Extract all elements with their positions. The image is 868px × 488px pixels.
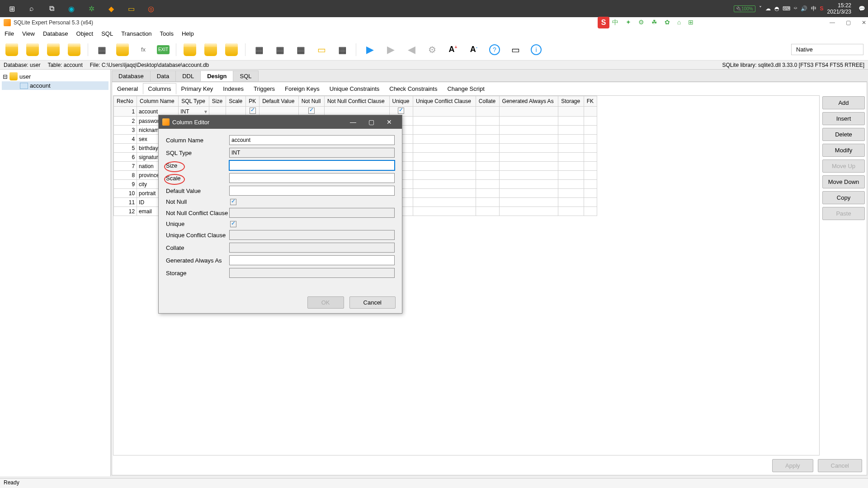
storage-select[interactable] [229,268,395,278]
col-header[interactable]: FK [584,96,597,107]
tree-expand-icon[interactable]: ⊟ [3,73,8,80]
menu-view[interactable]: View [22,30,35,37]
not-null-checkbox[interactable] [230,199,236,205]
tree-table-node[interactable]: account [2,81,108,90]
col-header[interactable]: Storage [558,96,584,107]
clock[interactable]: 15:22 2021/3/23 [827,2,855,15]
sogou-logo-icon[interactable]: S [598,17,609,28]
tab-sql[interactable]: SQL [233,70,258,81]
db-attach-icon[interactable] [203,42,218,57]
col-header[interactable]: Not Null [298,96,324,107]
insert-button[interactable]: Insert [822,112,865,125]
tree-db-node[interactable]: ⊟ user [2,71,108,81]
cloud-icon[interactable]: ☁ [765,5,771,12]
sqlite-expert-icon[interactable]: ◆ [102,0,120,17]
info-icon[interactable]: i [529,42,543,57]
sogou-tray-icon[interactable]: S [820,5,824,12]
col-header[interactable]: Generated Always As [499,96,558,107]
grid-icon-1[interactable]: ▦ [252,42,266,57]
col-header[interactable]: Size [209,96,226,107]
dialog-titlebar[interactable]: Column Editor — ▢ ✕ [159,115,402,129]
apply-button[interactable]: Apply [772,459,813,472]
menu-help[interactable]: Help [182,30,194,37]
size-input[interactable] [229,160,395,170]
col-header[interactable]: Unique [389,96,413,107]
nn-conflict-select[interactable] [229,208,395,218]
subtab-triggers[interactable]: Triggers [249,83,280,94]
move-up-button[interactable]: Move Up [822,160,865,173]
ime-zh-icon[interactable]: 中 [811,5,816,13]
edge-icon[interactable]: ◉ [62,0,80,17]
grid-icon-4[interactable]: ▦ [335,42,349,57]
play-rew-icon[interactable]: ◀ [404,42,419,57]
font-inc-icon[interactable]: A+ [446,42,460,57]
modify-button[interactable]: Modify [822,144,865,157]
folder-icon[interactable]: ▭ [314,42,329,57]
paste-button[interactable]: Paste [822,207,865,220]
play-prev-icon[interactable]: ▶ [383,42,398,57]
tab-data[interactable]: Data [150,70,176,81]
explorer-icon[interactable]: ▭ [122,0,140,17]
keyboard-icon[interactable]: ⌨ [783,5,790,12]
col-header[interactable]: Unique Conflict Clause [413,96,476,107]
window-icon[interactable]: ▭ [508,42,523,57]
tab-ddl[interactable]: DDL [175,70,201,81]
copy-button[interactable]: Copy [822,191,865,204]
menu-database[interactable]: Database [43,30,68,37]
start-icon[interactable]: ⊞ [3,0,21,17]
subtab-foreign-keys[interactable]: Foreign Keys [280,83,325,94]
subtab-primary-key[interactable]: Primary Key [176,83,218,94]
ok-button[interactable]: OK [307,296,344,309]
col-header[interactable]: RecNo [114,96,137,107]
menu-tools[interactable]: Tools [160,30,174,37]
wifi-icon[interactable]: ⌔ [794,5,797,12]
gen-always-input[interactable] [229,255,395,265]
subtab-unique-constraints[interactable]: Unique Constraints [325,83,385,94]
sogou-ime-icons[interactable]: 中 ✦ ⚙ ☘ ✿ ⌂ ⊞ [612,19,696,27]
col-header[interactable]: Column Name [137,96,179,107]
maximize-button[interactable]: ▢ [846,19,851,26]
subtab-columns[interactable]: Columns [143,83,176,94]
menu-object[interactable]: Object [76,30,94,37]
col-header[interactable]: Collate [476,96,499,107]
col-header[interactable]: PK [246,96,259,107]
menu-file[interactable]: File [5,30,14,37]
col-header[interactable]: Not Null Conflict Clause [324,96,389,107]
subtab-change-script[interactable]: Change Script [442,83,489,94]
db-refresh-icon[interactable] [183,42,197,57]
subtab-general[interactable]: General [112,83,143,94]
fx-icon[interactable]: fx [136,42,151,57]
dialog-close-button[interactable]: ✕ [380,118,398,126]
close-button[interactable]: ✕ [862,19,866,26]
subtab-indexes[interactable]: Indexes [218,83,249,94]
scale-input[interactable] [229,173,395,183]
tab-database[interactable]: Database [112,70,151,81]
db-close-icon[interactable] [67,42,81,57]
gear-icon[interactable]: ⚙ [425,42,439,57]
menu-transaction[interactable]: Transaction [121,30,151,37]
col-header[interactable]: Default Value [259,96,299,107]
cancel-button-main[interactable]: Cancel [818,459,862,472]
unique-checkbox[interactable] [230,221,236,227]
help-icon[interactable]: ? [487,42,502,57]
db-recent-icon[interactable] [25,42,40,57]
grid-icon-3[interactable]: ▦ [293,42,308,57]
table-icon[interactable]: ▦ [94,42,109,57]
chevron-up-icon[interactable]: ˅ [759,5,762,12]
library-select[interactable] [791,44,863,55]
cancel-button[interactable]: Cancel [349,296,396,309]
search-icon[interactable]: ⌕ [23,0,41,17]
db-drop-icon[interactable] [115,42,130,57]
tab-design[interactable]: Design [200,70,233,81]
grid-icon-2[interactable]: ▦ [273,42,287,57]
db-new-icon[interactable] [46,42,61,57]
uq-conflict-select[interactable] [229,230,395,240]
tray-icon[interactable]: ◓ [774,5,779,12]
screenshot-icon[interactable]: ◎ [142,0,160,17]
dialog-maximize-button[interactable]: ▢ [362,118,380,126]
font-dec-icon[interactable]: A- [467,42,481,57]
wechat-icon[interactable]: ✲ [82,0,100,17]
col-header[interactable]: Scale [226,96,246,107]
db-open-icon[interactable] [5,42,19,57]
collate-select[interactable] [229,243,395,253]
